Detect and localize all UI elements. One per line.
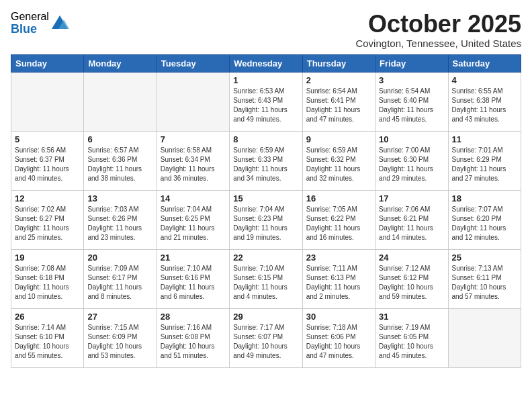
day-cell: 13Sunrise: 7:03 AM Sunset: 6:26 PM Dayli…: [84, 190, 157, 249]
logo-general: General: [11, 11, 49, 23]
day-cell: 9Sunrise: 6:59 AM Sunset: 6:32 PM Daylig…: [302, 131, 375, 190]
day-info: Sunrise: 7:08 AM Sunset: 6:18 PM Dayligh…: [15, 264, 80, 302]
day-info: Sunrise: 6:54 AM Sunset: 6:41 PM Dayligh…: [306, 87, 371, 124]
day-cell: 2Sunrise: 6:54 AM Sunset: 6:41 PM Daylig…: [302, 72, 375, 131]
day-number: 23: [306, 253, 371, 263]
day-info: Sunrise: 7:12 AM Sunset: 6:12 PM Dayligh…: [379, 264, 444, 302]
day-cell: 28Sunrise: 7:16 AM Sunset: 6:08 PM Dayli…: [157, 308, 229, 367]
col-header-sunday: Sunday: [11, 54, 84, 72]
day-number: 22: [233, 253, 298, 263]
day-number: 8: [233, 134, 298, 144]
day-number: 5: [15, 134, 80, 144]
day-number: 12: [15, 193, 80, 203]
day-number: 27: [87, 312, 152, 322]
day-number: 9: [306, 134, 371, 144]
day-info: Sunrise: 6:56 AM Sunset: 6:37 PM Dayligh…: [15, 146, 80, 183]
day-info: Sunrise: 7:10 AM Sunset: 6:15 PM Dayligh…: [233, 264, 298, 302]
day-number: 14: [161, 193, 226, 203]
day-number: 2: [306, 75, 371, 85]
col-header-monday: Monday: [84, 54, 157, 72]
day-cell: 21Sunrise: 7:10 AM Sunset: 6:16 PM Dayli…: [157, 249, 229, 308]
day-cell: [11, 72, 84, 131]
day-info: Sunrise: 7:16 AM Sunset: 6:08 PM Dayligh…: [161, 323, 226, 361]
day-cell: 26Sunrise: 7:14 AM Sunset: 6:10 PM Dayli…: [11, 308, 84, 367]
day-info: Sunrise: 7:01 AM Sunset: 6:29 PM Dayligh…: [452, 146, 517, 183]
logo-text: General Blue: [11, 11, 49, 36]
day-number: 1: [233, 75, 298, 85]
day-info: Sunrise: 6:54 AM Sunset: 6:40 PM Dayligh…: [379, 87, 444, 124]
col-header-friday: Friday: [375, 54, 448, 72]
day-info: Sunrise: 7:14 AM Sunset: 6:10 PM Dayligh…: [15, 323, 80, 361]
day-info: Sunrise: 6:53 AM Sunset: 6:43 PM Dayligh…: [233, 87, 298, 124]
col-header-wednesday: Wednesday: [230, 54, 302, 72]
logo-icon: [50, 14, 69, 33]
day-info: Sunrise: 7:00 AM Sunset: 6:30 PM Dayligh…: [379, 146, 444, 183]
day-info: Sunrise: 7:02 AM Sunset: 6:27 PM Dayligh…: [15, 205, 80, 242]
day-number: 10: [379, 134, 444, 144]
day-cell: 12Sunrise: 7:02 AM Sunset: 6:27 PM Dayli…: [11, 190, 84, 249]
day-info: Sunrise: 6:57 AM Sunset: 6:36 PM Dayligh…: [87, 146, 152, 183]
day-number: 25: [452, 253, 517, 263]
logo: General Blue: [11, 11, 69, 36]
day-cell: 8Sunrise: 6:59 AM Sunset: 6:33 PM Daylig…: [230, 131, 302, 190]
day-cell: 6Sunrise: 6:57 AM Sunset: 6:36 PM Daylig…: [84, 131, 157, 190]
day-cell: 15Sunrise: 7:04 AM Sunset: 6:23 PM Dayli…: [230, 190, 302, 249]
day-cell: 31Sunrise: 7:19 AM Sunset: 6:05 PM Dayli…: [375, 308, 448, 367]
day-info: Sunrise: 7:03 AM Sunset: 6:26 PM Dayligh…: [87, 205, 152, 242]
day-info: Sunrise: 6:59 AM Sunset: 6:32 PM Dayligh…: [306, 146, 371, 183]
day-cell: 20Sunrise: 7:09 AM Sunset: 6:17 PM Dayli…: [84, 249, 157, 308]
day-number: 13: [87, 193, 152, 203]
day-info: Sunrise: 7:06 AM Sunset: 6:21 PM Dayligh…: [379, 205, 444, 242]
col-header-thursday: Thursday: [302, 54, 375, 72]
day-number: 11: [452, 134, 517, 144]
title-block: October 2025 Covington, Tennessee, Unite…: [355, 11, 521, 49]
day-cell: 10Sunrise: 7:00 AM Sunset: 6:30 PM Dayli…: [375, 131, 448, 190]
day-cell: 17Sunrise: 7:06 AM Sunset: 6:21 PM Dayli…: [375, 190, 448, 249]
day-cell: 4Sunrise: 6:55 AM Sunset: 6:38 PM Daylig…: [448, 72, 521, 131]
day-cell: 19Sunrise: 7:08 AM Sunset: 6:18 PM Dayli…: [11, 249, 84, 308]
month-title: October 2025: [355, 11, 521, 38]
day-info: Sunrise: 7:15 AM Sunset: 6:09 PM Dayligh…: [87, 323, 152, 361]
day-number: 29: [233, 312, 298, 322]
day-info: Sunrise: 7:10 AM Sunset: 6:16 PM Dayligh…: [161, 264, 226, 302]
day-cell: 18Sunrise: 7:07 AM Sunset: 6:20 PM Dayli…: [448, 190, 521, 249]
day-cell: 1Sunrise: 6:53 AM Sunset: 6:43 PM Daylig…: [230, 72, 302, 131]
day-cell: [448, 308, 521, 367]
day-cell: 3Sunrise: 6:54 AM Sunset: 6:40 PM Daylig…: [375, 72, 448, 131]
day-number: 16: [306, 193, 371, 203]
day-number: 20: [87, 253, 152, 263]
day-cell: 16Sunrise: 7:05 AM Sunset: 6:22 PM Dayli…: [302, 190, 375, 249]
week-row-1: 1Sunrise: 6:53 AM Sunset: 6:43 PM Daylig…: [11, 72, 521, 131]
day-number: 3: [379, 75, 444, 85]
day-number: 30: [306, 312, 371, 322]
day-number: 7: [161, 134, 226, 144]
day-cell: 29Sunrise: 7:17 AM Sunset: 6:07 PM Dayli…: [230, 308, 302, 367]
day-info: Sunrise: 6:55 AM Sunset: 6:38 PM Dayligh…: [452, 87, 517, 124]
week-row-3: 12Sunrise: 7:02 AM Sunset: 6:27 PM Dayli…: [11, 190, 521, 249]
day-cell: 23Sunrise: 7:11 AM Sunset: 6:13 PM Dayli…: [302, 249, 375, 308]
day-number: 31: [379, 312, 444, 322]
day-info: Sunrise: 7:04 AM Sunset: 6:25 PM Dayligh…: [161, 205, 226, 242]
week-row-4: 19Sunrise: 7:08 AM Sunset: 6:18 PM Dayli…: [11, 249, 521, 308]
week-row-5: 26Sunrise: 7:14 AM Sunset: 6:10 PM Dayli…: [11, 308, 521, 367]
day-cell: 24Sunrise: 7:12 AM Sunset: 6:12 PM Dayli…: [375, 249, 448, 308]
day-info: Sunrise: 6:59 AM Sunset: 6:33 PM Dayligh…: [233, 146, 298, 183]
day-number: 26: [15, 312, 80, 322]
day-number: 4: [452, 75, 517, 85]
day-cell: 14Sunrise: 7:04 AM Sunset: 6:25 PM Dayli…: [157, 190, 229, 249]
location: Covington, Tennessee, United States: [355, 38, 521, 49]
header-row: SundayMondayTuesdayWednesdayThursdayFrid…: [11, 54, 521, 72]
day-cell: 22Sunrise: 7:10 AM Sunset: 6:15 PM Dayli…: [230, 249, 302, 308]
week-row-2: 5Sunrise: 6:56 AM Sunset: 6:37 PM Daylig…: [11, 131, 521, 190]
col-header-saturday: Saturday: [448, 54, 521, 72]
day-cell: 5Sunrise: 6:56 AM Sunset: 6:37 PM Daylig…: [11, 131, 84, 190]
day-info: Sunrise: 7:17 AM Sunset: 6:07 PM Dayligh…: [233, 323, 298, 361]
logo-blue: Blue: [11, 23, 49, 36]
page-header: General Blue October 2025 Covington, Ten…: [11, 11, 521, 49]
calendar-table: SundayMondayTuesdayWednesdayThursdayFrid…: [11, 54, 521, 368]
day-info: Sunrise: 7:13 AM Sunset: 6:11 PM Dayligh…: [452, 264, 517, 302]
day-info: Sunrise: 6:58 AM Sunset: 6:34 PM Dayligh…: [161, 146, 226, 183]
day-number: 18: [452, 193, 517, 203]
day-cell: 27Sunrise: 7:15 AM Sunset: 6:09 PM Dayli…: [84, 308, 157, 367]
day-info: Sunrise: 7:04 AM Sunset: 6:23 PM Dayligh…: [233, 205, 298, 242]
